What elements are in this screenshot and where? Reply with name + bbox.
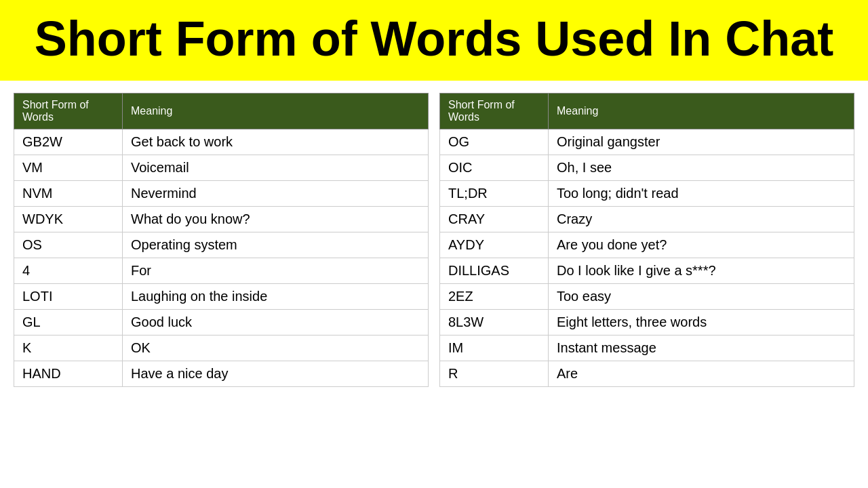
short-form-cell: CRAY — [440, 207, 549, 232]
meaning-cell: Voicemail — [123, 155, 429, 181]
meaning-cell: Get back to work — [123, 129, 429, 155]
right-col2-header: Meaning — [549, 94, 854, 129]
short-form-cell: NVM — [14, 181, 123, 207]
short-form-cell: AYDY — [440, 232, 549, 258]
right-table-body: OG Original gangster OIC Oh, I see TL;DR… — [440, 129, 854, 387]
table-row: R Are — [440, 361, 854, 387]
short-form-cell: 8L3W — [440, 310, 549, 336]
meaning-cell: Eight letters, three words — [549, 310, 854, 336]
short-form-cell: DILLIGAS — [440, 258, 549, 284]
table-row: GB2W Get back to work — [14, 129, 429, 155]
meaning-cell: Too long; didn't read — [549, 181, 854, 207]
table-row: K OK — [14, 336, 429, 361]
short-form-cell: OG — [440, 129, 549, 155]
right-col1-header: Short Form of Words — [440, 94, 549, 129]
short-form-cell: LOTI — [14, 284, 123, 310]
table-row: VM Voicemail — [14, 155, 429, 181]
short-form-cell: TL;DR — [440, 181, 549, 207]
right-table: Short Form of Words Meaning OG Original … — [439, 93, 854, 387]
table-row: GL Good luck — [14, 310, 429, 336]
short-form-cell: OS — [14, 232, 123, 258]
left-table-header-row: Short Form of Words Meaning — [14, 94, 429, 129]
meaning-cell: What do you know? — [123, 207, 429, 232]
page-header: Short Form of Words Used In Chat — [0, 0, 868, 81]
meaning-cell: Too easy — [549, 284, 854, 310]
table-row: OIC Oh, I see — [440, 155, 854, 181]
left-table-body: GB2W Get back to work VM Voicemail NVM N… — [14, 129, 429, 387]
table-row: 4 For — [14, 258, 429, 284]
table-row: OS Operating system — [14, 232, 429, 258]
left-col1-header: Short Form of Words — [14, 94, 123, 129]
short-form-cell: HAND — [14, 361, 123, 387]
table-row: LOTI Laughing on the inside — [14, 284, 429, 310]
meaning-cell: Instant message — [549, 336, 854, 361]
table-row: IM Instant message — [440, 336, 854, 361]
meaning-cell: Are you done yet? — [549, 232, 854, 258]
right-table-header-row: Short Form of Words Meaning — [440, 94, 854, 129]
table-row: AYDY Are you done yet? — [440, 232, 854, 258]
table-row: CRAY Crazy — [440, 207, 854, 232]
meaning-cell: Crazy — [549, 207, 854, 232]
table-row: NVM Nevermind — [14, 181, 429, 207]
content-area: Short Form of Words Meaning GB2W Get bac… — [0, 81, 868, 394]
right-table-container: Short Form of Words Meaning OG Original … — [439, 93, 854, 387]
short-form-cell: OIC — [440, 155, 549, 181]
meaning-cell: Laughing on the inside — [123, 284, 429, 310]
table-row: OG Original gangster — [440, 129, 854, 155]
left-table-container: Short Form of Words Meaning GB2W Get bac… — [14, 93, 429, 387]
meaning-cell: Have a nice day — [123, 361, 429, 387]
meaning-cell: Nevermind — [123, 181, 429, 207]
meaning-cell: Good luck — [123, 310, 429, 336]
short-form-cell: WDYK — [14, 207, 123, 232]
short-form-cell: 2EZ — [440, 284, 549, 310]
short-form-cell: 4 — [14, 258, 123, 284]
short-form-cell: IM — [440, 336, 549, 361]
page-title: Short Form of Words Used In Chat — [35, 12, 834, 66]
table-row: DILLIGAS Do I look like I give a s***? — [440, 258, 854, 284]
meaning-cell: Original gangster — [549, 129, 854, 155]
meaning-cell: Do I look like I give a s***? — [549, 258, 854, 284]
left-col2-header: Meaning — [123, 94, 429, 129]
meaning-cell: Operating system — [123, 232, 429, 258]
meaning-cell: Are — [549, 361, 854, 387]
table-row: HAND Have a nice day — [14, 361, 429, 387]
meaning-cell: OK — [123, 336, 429, 361]
table-row: WDYK What do you know? — [14, 207, 429, 232]
table-row: TL;DR Too long; didn't read — [440, 181, 854, 207]
table-row: 8L3W Eight letters, three words — [440, 310, 854, 336]
left-table: Short Form of Words Meaning GB2W Get bac… — [14, 93, 429, 387]
short-form-cell: K — [14, 336, 123, 361]
short-form-cell: GB2W — [14, 129, 123, 155]
table-row: 2EZ Too easy — [440, 284, 854, 310]
short-form-cell: VM — [14, 155, 123, 181]
short-form-cell: R — [440, 361, 549, 387]
meaning-cell: For — [123, 258, 429, 284]
short-form-cell: GL — [14, 310, 123, 336]
meaning-cell: Oh, I see — [549, 155, 854, 181]
